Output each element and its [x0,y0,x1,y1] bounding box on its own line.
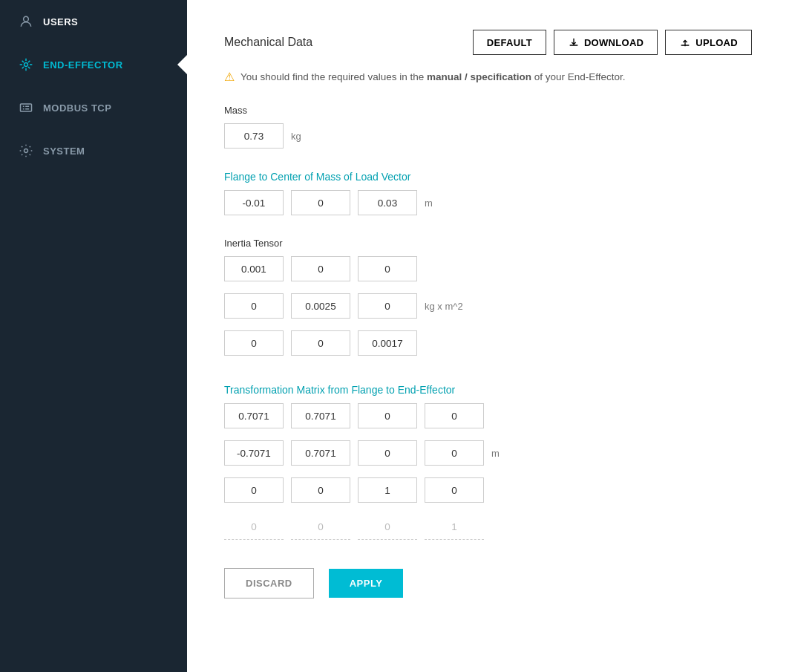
transform-1-3[interactable] [425,440,484,466]
flange-input-row: m [224,190,752,215]
flange-z-input[interactable] [358,190,417,215]
svg-point-0 [24,16,29,22]
transform-3-1 [291,515,350,540]
svg-point-1 [24,63,28,67]
transform-unit: m [491,448,528,459]
sidebar-item-system-label: SYSTEM [43,146,85,157]
mass-section: Mass kg [224,105,752,149]
transform-1-1[interactable] [291,440,350,466]
transform-matrix: m [224,403,752,546]
header-buttons: DEFAULT DOWNLOAD UPLOAD [473,30,752,55]
flange-y-input[interactable] [291,190,350,215]
inertia-unit: kg x m^2 [425,301,463,312]
section-header: Mechanical Data DEFAULT DOWNLOAD UPLOAD [224,30,752,55]
sidebar-item-users-label: USERS [43,16,78,27]
end-effector-icon [18,56,34,73]
active-arrow [177,54,188,75]
warning-banner: ⚠ You should find the required values in… [224,70,752,84]
main-content: Mechanical Data DEFAULT DOWNLOAD UPLOAD … [187,0,789,672]
bottom-actions: DISCARD APPLY [224,568,752,598]
inertia-section: Inertia Tensor kg x m^2 [224,238,752,362]
inertia-1-1[interactable] [291,293,350,319]
inertia-row-0 [224,256,752,281]
sidebar-item-users[interactable]: USERS [0,0,187,43]
inertia-2-0[interactable] [224,330,284,356]
transform-3-2 [358,515,417,540]
download-button[interactable]: DOWNLOAD [554,30,658,55]
transform-2-0[interactable] [224,477,284,503]
mass-unit: kg [291,131,328,142]
mass-input-row: kg [224,123,752,149]
svg-rect-2 [21,104,32,111]
transform-row-3 [224,515,752,540]
warning-icon: ⚠ [224,70,235,84]
transform-section: Transformation Matrix from Flange to End… [224,384,752,546]
inertia-row-2 [224,330,752,356]
svg-point-3 [24,149,28,153]
transform-3-0 [224,515,284,540]
transform-row-1: m [224,440,752,466]
inertia-0-1[interactable] [291,256,350,281]
inertia-label: Inertia Tensor [224,238,752,249]
transform-3-3 [425,515,484,540]
sidebar-item-modbus-label: MODBUS TCP [43,102,111,114]
sidebar: USERS END-EFFECTOR MODBUS TCP SYSTEM [0,0,187,672]
download-icon [568,36,580,48]
transform-0-1[interactable] [291,403,350,428]
inertia-1-2[interactable] [358,293,417,319]
inertia-0-2[interactable] [358,256,417,281]
flange-label: Flange to Center of Mass of Load Vector [224,171,752,183]
inertia-1-0[interactable] [224,293,284,319]
mass-label: Mass [224,105,752,116]
flange-x-input[interactable] [224,190,284,215]
inertia-2-2[interactable] [358,330,417,356]
upload-button[interactable]: UPLOAD [665,30,752,55]
sidebar-item-modbus-tcp[interactable]: MODBUS TCP [0,86,187,129]
default-button[interactable]: DEFAULT [473,30,546,55]
transform-row-2 [224,477,752,503]
inertia-0-0[interactable] [224,256,284,281]
transform-0-2[interactable] [358,403,417,428]
inertia-matrix: kg x m^2 [224,256,752,362]
flange-unit: m [425,198,462,209]
transform-0-3[interactable] [425,403,484,428]
transform-row-0 [224,403,752,428]
transform-2-3[interactable] [425,477,484,503]
upload-icon [679,36,691,48]
sidebar-item-system[interactable]: SYSTEM [0,129,187,172]
sidebar-item-end-effector-label: END-EFFECTOR [43,59,123,71]
inertia-row-1: kg x m^2 [224,293,752,319]
transform-2-1[interactable] [291,477,350,503]
mass-input[interactable] [224,123,284,149]
flange-section: Flange to Center of Mass of Load Vector … [224,171,752,215]
modbus-icon [18,100,34,116]
system-icon [18,143,34,159]
apply-button[interactable]: APPLY [329,569,404,598]
transform-1-2[interactable] [358,440,417,466]
sidebar-item-end-effector[interactable]: END-EFFECTOR [0,43,187,86]
warning-text: You should find the required values in t… [240,71,626,82]
users-icon [18,13,34,30]
transform-0-0[interactable] [224,403,284,428]
discard-button[interactable]: DISCARD [224,568,314,598]
transform-2-2[interactable] [358,477,417,503]
transform-1-0[interactable] [224,440,284,466]
inertia-2-1[interactable] [291,330,350,356]
transform-label: Transformation Matrix from Flange to End… [224,384,752,396]
page-title: Mechanical Data [224,36,312,49]
